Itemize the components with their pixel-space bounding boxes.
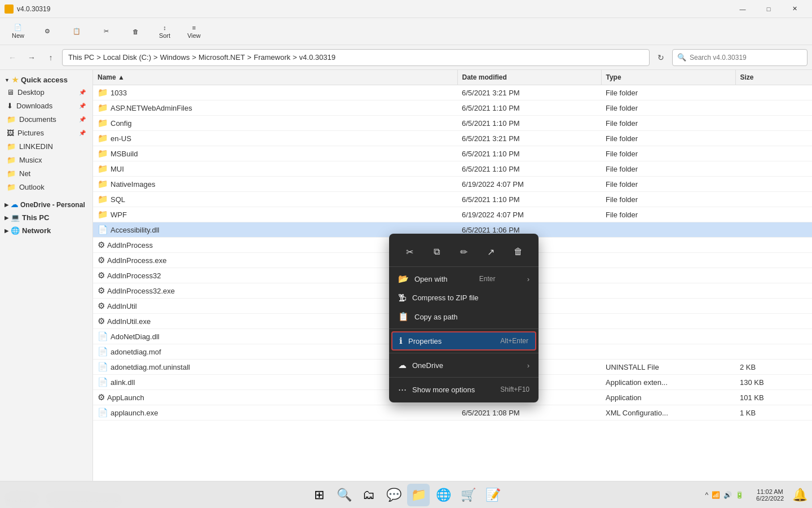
search-taskbar-button[interactable]: 🔍 <box>333 484 355 506</box>
file-size <box>735 85 812 100</box>
desktop-pin-icon: 📌 <box>79 89 86 95</box>
file-name: Accessibility.dll <box>111 226 159 234</box>
table-row[interactable]: 📁en-US 6/5/2021 3:21 PM File folder <box>93 131 812 146</box>
start-button[interactable]: ⊞ <box>308 484 330 506</box>
file-size <box>735 253 812 268</box>
documents-label: Documents <box>19 115 56 124</box>
sidebar-item-net[interactable]: 📁 Net <box>2 167 90 180</box>
open-with-item[interactable]: 📂 Open with Enter › <box>389 269 539 288</box>
forward-button[interactable]: → <box>24 50 39 65</box>
taskview-button[interactable]: 🗂 <box>358 484 380 506</box>
quick-access-header[interactable]: ▼ ★ Quick access <box>0 72 92 85</box>
table-row[interactable]: 📁NativeImages 6/19/2022 4:07 PM File fol… <box>93 177 812 192</box>
view-ribbon-button[interactable]: ≡ View <box>180 20 208 43</box>
copy-ribbon-button[interactable]: 📋 <box>63 20 90 43</box>
network-header[interactable]: ▶ 🌐 Network <box>0 223 92 236</box>
paste-ribbon-button[interactable]: ✂ <box>92 20 120 43</box>
delete-ribbon-icon: 🗑 <box>133 28 139 35</box>
thispc-header[interactable]: ▶ 💻 This PC <box>0 210 92 223</box>
file-type <box>601 314 735 329</box>
store-button[interactable]: 🛒 <box>457 484 479 506</box>
table-row[interactable]: 📄applaunch.exe 6/5/2021 1:08 PM XML Conf… <box>93 405 812 421</box>
compress-zip-item[interactable]: 🗜 Compress to ZIP file <box>389 288 539 307</box>
properties-ribbon-button[interactable]: ⚙ <box>34 20 61 43</box>
maximize-button[interactable]: □ <box>756 0 782 18</box>
sidebar-item-linkedin[interactable]: 📁 LINKEDIN <box>2 140 90 153</box>
view-label: View <box>187 32 201 39</box>
table-row[interactable]: 📁Config 6/5/2021 1:10 PM File folder <box>93 116 812 131</box>
table-row[interactable]: 📁MUI 6/5/2021 1:10 PM File folder <box>93 161 812 177</box>
file-type <box>601 238 735 253</box>
file-type: UNINSTALL File <box>601 360 735 375</box>
refresh-button[interactable]: ↻ <box>653 50 669 65</box>
col-size[interactable]: Size <box>735 70 812 85</box>
file-name: NativeImages <box>111 180 155 189</box>
musicx-icon: 📁 <box>7 156 16 164</box>
ctx-separator-1 <box>389 329 539 329</box>
word-button[interactable]: 📝 <box>482 484 504 506</box>
file-date: 6/19/2022 4:07 PM <box>457 177 601 192</box>
sidebar-item-outlook[interactable]: 📁 Outlook <box>2 181 90 194</box>
notification-button[interactable]: 🔔 <box>792 487 807 503</box>
file-date: 6/5/2021 1:10 PM <box>457 192 601 207</box>
linkedin-label: LINKEDIN <box>19 142 53 151</box>
cut-button[interactable]: ✂ <box>399 242 420 262</box>
rename-ribbon-button[interactable]: ↕ Sort <box>151 20 178 43</box>
close-button[interactable]: ✕ <box>782 0 807 18</box>
edge-button[interactable]: 🌐 <box>432 484 454 506</box>
file-name: AddInProcess.exe <box>107 256 167 265</box>
share-button[interactable]: ↗ <box>481 242 501 262</box>
sidebar-item-documents[interactable]: 📁 Documents 📌 <box>2 113 90 126</box>
sidebar-item-downloads[interactable]: ⬇ Downloads 📌 <box>2 99 90 112</box>
ctx-separator-2 <box>389 353 539 353</box>
file-name: adonetdiag.mof.uninstall <box>111 363 190 371</box>
more-options-item[interactable]: ⋯ Show more options Shift+F10 <box>389 380 539 399</box>
file-icon: ⚙ <box>98 270 105 281</box>
file-area: Name ▲ Date modified Type Size 📁1033 6/5… <box>93 70 812 490</box>
start-icon: ⊞ <box>314 488 324 502</box>
delete-button[interactable]: 🗑 <box>508 242 528 262</box>
sidebar-item-desktop[interactable]: 🖥 Desktop 📌 <box>2 86 90 99</box>
table-row[interactable]: 📁MSBuild 6/5/2021 1:10 PM File folder <box>93 146 812 161</box>
onedrive-header[interactable]: ▶ ☁ OneDrive - Personal <box>0 197 92 210</box>
sidebar-item-pictures[interactable]: 🖼 Pictures 📌 <box>2 126 90 139</box>
new-button[interactable]: 📄 New <box>5 20 32 43</box>
col-type[interactable]: Type <box>601 70 735 85</box>
time-display: 11:02 AM <box>757 488 783 495</box>
folder-icon: 📁 <box>98 209 108 220</box>
notification-icon: 🔔 <box>792 488 807 502</box>
back-button[interactable]: ← <box>5 50 20 65</box>
system-tray[interactable]: ^ 📶 🔊 🔋 <box>700 491 748 499</box>
address-box[interactable]: This PC > Local Disk (C:) > Windows > Mi… <box>62 49 650 66</box>
table-row[interactable]: 📁ASP.NETWebAdminFiles 6/5/2021 1:10 PM F… <box>93 100 812 116</box>
file-size <box>735 222 812 238</box>
copy-button[interactable]: ⧉ <box>426 242 447 262</box>
onedrive-item[interactable]: ☁ OneDrive › <box>389 356 539 375</box>
rename-button[interactable]: ✏ <box>453 242 474 262</box>
delete-ribbon-button[interactable]: 🗑 <box>122 20 149 43</box>
copy-path-item[interactable]: 📋 Copy as path <box>389 307 539 326</box>
file-type: File folder <box>601 116 735 131</box>
date-display: 6/22/2022 <box>756 495 784 502</box>
properties-item[interactable]: ℹ Properties Alt+Enter <box>391 331 536 351</box>
address-version: v4.0.30319 <box>299 53 336 62</box>
sidebar-item-musicx[interactable]: 📁 Musicx <box>2 154 90 167</box>
search-input[interactable] <box>690 54 802 62</box>
table-row[interactable]: 📁SQL 6/5/2021 1:10 PM File folder <box>93 192 812 207</box>
file-type: XML Configuratio... <box>601 405 735 421</box>
col-name[interactable]: Name ▲ <box>93 70 457 85</box>
folder-icon: 📁 <box>98 118 108 128</box>
taskbar-center: ⊞ 🔍 🗂 💬 📁 🌐 🛒 📝 <box>308 484 504 506</box>
table-row[interactable]: 📁1033 6/5/2021 3:21 PM File folder <box>93 85 812 100</box>
col-date[interactable]: Date modified <box>457 70 601 85</box>
table-row[interactable]: 📁WPF 6/19/2022 4:07 PM File folder <box>93 207 812 222</box>
file-type <box>601 283 735 299</box>
chat-button[interactable]: 💬 <box>382 484 405 506</box>
file-size <box>735 100 812 116</box>
up-button[interactable]: ↑ <box>43 50 59 65</box>
clock[interactable]: 11:02 AM 6/22/2022 <box>753 487 787 503</box>
minimize-button[interactable]: — <box>730 0 756 18</box>
search-box[interactable]: 🔍 <box>672 49 807 66</box>
explorer-taskbar-icon: 📁 <box>411 488 426 502</box>
explorer-taskbar-button[interactable]: 📁 <box>407 484 430 506</box>
